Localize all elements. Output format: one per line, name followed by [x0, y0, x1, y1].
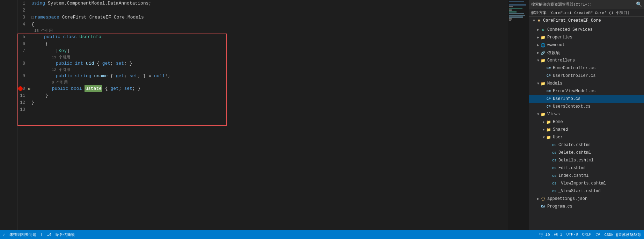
- tree-item-delete[interactable]: cs Delete.cshtml: [529, 149, 644, 157]
- line-num-5: 5: [17, 34, 28, 41]
- solution-label: 解决方案 'CoreFirst_CreateEF_Core' (1 个项目): [529, 9, 644, 17]
- status-icon: ✓: [3, 232, 5, 237]
- tree-item-connected-services[interactable]: ▶ ⚙ Connected Services: [529, 26, 644, 34]
- details-icon: cs: [551, 158, 557, 163]
- tree-item-home[interactable]: ▶ 📁 Home: [529, 118, 644, 126]
- code-line-6: {: [28, 41, 48, 48]
- connected-services-icon: ⚙: [540, 27, 546, 32]
- line-num-9: 9: [17, 73, 28, 80]
- code-line-13: [28, 106, 31, 113]
- code-line-12: }: [28, 99, 34, 106]
- tree-item-edit[interactable]: cs Edit.cshtml: [529, 164, 644, 172]
- tree-item-program[interactable]: C# Program.cs: [529, 203, 644, 210]
- errorviewmodel-icon: C#: [546, 88, 551, 94]
- create-icon: cs: [551, 142, 557, 148]
- views-folder-icon: 📁: [540, 111, 546, 117]
- tree-item-details[interactable]: cs Details.cshtml: [529, 157, 644, 164]
- index-icon: cs: [551, 173, 557, 179]
- minimap: [508, 0, 529, 239]
- line-num-7: 7: [17, 48, 28, 55]
- code-line-4: {: [28, 21, 34, 28]
- shared-folder-icon: 📁: [546, 127, 551, 132]
- tree-item-controllers[interactable]: ▼ 📁 Controllers: [529, 57, 644, 64]
- program-icon: C#: [540, 204, 546, 209]
- tree-item-errorviewmodel[interactable]: C# ErrorViewModel.cs: [529, 87, 644, 95]
- code-line-2: [28, 7, 31, 14]
- line-num-10: 10: [17, 85, 28, 92]
- code-line-5: public class UserInfo: [28, 34, 101, 41]
- tree-item-viewimports[interactable]: cs _ViewImports.cshtml: [529, 180, 644, 187]
- tree-item-views[interactable]: ▼ 📁 Views: [529, 110, 644, 118]
- tree-item-userinfo[interactable]: C# UserInfo.cs: [529, 95, 644, 103]
- tree-item-userscontext[interactable]: C# UsersContext.cs: [529, 103, 644, 110]
- userinfo-icon: C#: [546, 96, 551, 102]
- status-encoding: UTF-8: [566, 232, 578, 237]
- status-lineending: CRLF: [582, 232, 591, 237]
- solution-explorer-panel: 搜索解决方案资源管理器(Ctrl+;) 🔍 解决方案 'CoreFirst_Cr…: [529, 0, 644, 239]
- status-bar: ✓ 未找到相关问题 | ⎇ 昭各优额项 行 10，列 1 UTF-8 CRLF …: [0, 230, 644, 239]
- code-line-3: □namespace CoreFirst_CreateEF_Core.Model…: [28, 14, 144, 21]
- line-num-1: 1: [17, 0, 28, 7]
- tree-item-viewstart[interactable]: cs _ViewStart.cshtml: [529, 187, 644, 195]
- tree-item-user-folder[interactable]: ▼ 📁 User: [529, 133, 644, 141]
- ref-hint-10: 0 个引用: [48, 80, 68, 85]
- line-num-3: 3: [17, 14, 28, 21]
- tree-item-create[interactable]: cs Create.cshtml: [529, 141, 644, 149]
- status-language: C#: [595, 232, 600, 237]
- tree-item-properties[interactable]: ▶ 📁 Properties: [529, 34, 644, 41]
- code-line-9: public string uname { get; set; } = null…: [28, 73, 170, 80]
- models-folder-icon: 📁: [540, 81, 546, 86]
- user-folder-icon: 📁: [546, 135, 551, 140]
- tree-item-appsettings[interactable]: ▶ {} appsettings.json: [529, 195, 644, 203]
- line-numbers: [0, 0, 17, 239]
- line-num-11: 11: [17, 92, 28, 99]
- status-text: 未找到相关问题: [9, 232, 36, 237]
- search-solution-label: 搜索解决方案资源管理器(Ctrl+;): [531, 2, 636, 7]
- csdn-label: CSDN @菜苏苏酥酥苏: [604, 232, 641, 237]
- line-num-2: 2: [17, 7, 28, 14]
- tree-item-homecontroller[interactable]: C# HomeController.cs: [529, 64, 644, 72]
- line-num-6: 6: [17, 41, 28, 48]
- code-line-8: public int uid { get; set; }: [28, 60, 132, 67]
- controllers-folder-icon: 📁: [540, 58, 546, 63]
- properties-folder-icon: 📁: [540, 35, 546, 40]
- usercontroller-icon: C#: [546, 73, 551, 79]
- tree-container[interactable]: ▶ ⚙ Connected Services ▶ 📁 Properties ▶ …: [529, 24, 644, 239]
- ref-hint-5: 18 个引用: [31, 28, 53, 34]
- tree-item-index[interactable]: cs Index.cshtml: [529, 172, 644, 180]
- homecontroller-icon: C#: [546, 65, 551, 71]
- project-icon: ■: [536, 18, 542, 23]
- tree-item-usercontroller[interactable]: C# UserController.cs: [529, 72, 644, 80]
- wwwroot-icon: 🌐: [540, 42, 546, 48]
- viewstart-icon: cs: [551, 188, 557, 194]
- edit-icon: cs: [551, 165, 557, 171]
- code-line-7: [Key]: [28, 48, 69, 55]
- code-line-10: public bool ustate { get; set; }: [31, 85, 141, 92]
- git-branch: |: [41, 232, 43, 237]
- code-line-11: }: [28, 92, 48, 99]
- line-num-4: 4: [17, 21, 28, 28]
- tree-item-deps[interactable]: ▶ 🔗 依赖项: [529, 49, 644, 57]
- git-branch-label: ⎇: [47, 232, 51, 237]
- tree-item-models[interactable]: ▼ 📁 Models: [529, 80, 644, 87]
- line-num-12: 12: [17, 99, 28, 106]
- appsettings-icon: {}: [540, 196, 546, 202]
- deps-icon: 🔗: [540, 50, 546, 56]
- search-icon[interactable]: 🔍: [636, 1, 642, 7]
- git-branch-name: 昭各优额项: [56, 232, 75, 237]
- userscontext-icon: C#: [546, 104, 551, 109]
- delete-icon: cs: [551, 150, 557, 155]
- ref-hint-8: 11 个引用: [48, 55, 70, 60]
- viewimports-icon: cs: [551, 181, 557, 186]
- tree-project-root[interactable]: ▼ ■ CoreFirst_CreateEF_Core: [529, 17, 644, 24]
- status-position: 行 10，列 1: [539, 232, 562, 237]
- tree-item-shared[interactable]: ▶ 📁 Shared: [529, 126, 644, 133]
- home-folder-icon: 📁: [546, 119, 551, 125]
- line-num-8: 8: [17, 60, 28, 67]
- tree-item-wwwroot[interactable]: ▶ 🌐 wwwroot: [529, 41, 644, 49]
- code-line-1: using System.ComponentModel.DataAnnotati…: [28, 0, 151, 7]
- code-editor[interactable]: 1 using System.ComponentModel.DataAnnota…: [17, 0, 508, 239]
- ref-hint-9: 12 个引用: [48, 67, 70, 73]
- line-num-13: 13: [17, 106, 28, 113]
